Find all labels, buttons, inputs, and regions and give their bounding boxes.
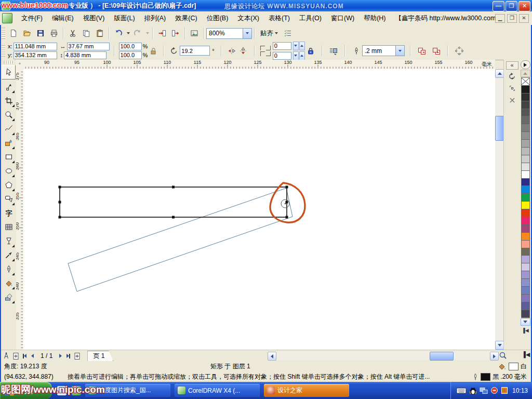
color-swatch-20[interactable]: [521, 233, 530, 241]
horizontal-scrollbar[interactable]: [268, 351, 498, 360]
menu-item-12[interactable]: 【鑫宇条码 http://www.lw3000.com】: [390, 12, 507, 24]
menu-item-11[interactable]: 帮助(H): [359, 12, 390, 24]
palette-start-icon[interactable]: ▐◀: [522, 351, 530, 358]
palette-home-icon[interactable]: ▐◀: [521, 328, 529, 333]
color-swatch-23[interactable]: [521, 256, 530, 263]
undo-button[interactable]: [112, 27, 125, 39]
ellipse-tool[interactable]: [2, 164, 15, 178]
basic-shapes-tool[interactable]: [2, 192, 15, 206]
color-swatch-8[interactable]: [521, 140, 530, 148]
color-swatch-16[interactable]: [521, 202, 530, 209]
minimize-button[interactable]: —: [493, 1, 504, 11]
rectangle-tool[interactable]: [2, 150, 15, 164]
security-tray-icon[interactable]: [490, 387, 498, 394]
propbar-grip[interactable]: [2, 45, 5, 57]
transform-scale-icon[interactable]: [507, 83, 518, 94]
menu-item-9[interactable]: 工具(O): [295, 12, 326, 24]
wrap-text-button[interactable]: [328, 45, 339, 57]
corner-br-down[interactable]: [293, 51, 299, 60]
fill-tool[interactable]: [2, 276, 15, 290]
color-swatch-7[interactable]: [521, 132, 530, 140]
palette-scroll-down[interactable]: [521, 318, 530, 326]
rotation-angle-field[interactable]: 19.2: [180, 46, 210, 56]
scroll-down-button[interactable]: [495, 341, 504, 350]
snap-to-button[interactable]: 贴齐: [257, 28, 281, 39]
menu-item-3[interactable]: 版面(L): [109, 12, 139, 24]
dict-tray-icon[interactable]: [501, 387, 508, 394]
polygon-tool[interactable]: [2, 178, 15, 192]
color-swatch-22[interactable]: [521, 248, 530, 256]
object-height-field[interactable]: 4.838 mm: [64, 51, 107, 59]
selected-rectangle[interactable]: [60, 187, 287, 217]
corner-tl-down[interactable]: [293, 42, 299, 50]
undo-dropdown[interactable]: [125, 27, 131, 39]
navigator-icon[interactable]: [499, 351, 507, 360]
docker-close-icon[interactable]: [507, 95, 518, 105]
outline-combo-arrow[interactable]: [395, 46, 404, 56]
color-swatch-19[interactable]: [521, 225, 530, 233]
add-page-after-button[interactable]: [73, 352, 82, 361]
color-swatch-21[interactable]: [521, 241, 530, 248]
menu-item-10[interactable]: 窗口(W): [326, 12, 359, 24]
y-position-field[interactable]: 354.132 mm: [14, 51, 57, 59]
color-swatch-29[interactable]: [521, 302, 530, 310]
palette-scroll-up[interactable]: [521, 70, 530, 77]
horizontal-scroll-thumb[interactable]: [430, 352, 454, 361]
menu-item-2[interactable]: 视图(V): [78, 12, 110, 24]
mirror-horizontal-button[interactable]: [226, 45, 237, 57]
blue-rotated-rectangle[interactable]: [68, 188, 292, 291]
ruler-origin[interactable]: ⌖: [16, 60, 24, 70]
mirror-vertical-button[interactable]: [237, 45, 249, 57]
copy-button[interactable]: [79, 27, 93, 39]
x-position-field[interactable]: 111.048 mm: [14, 43, 57, 50]
crop-tool[interactable]: [2, 94, 15, 108]
scroll-right-button[interactable]: [490, 352, 499, 361]
interactive-fill-tool[interactable]: [2, 290, 15, 304]
corner-tl-up[interactable]: [299, 42, 305, 50]
menu-item-5[interactable]: 效果(C): [170, 12, 202, 24]
corner-radius-tl-field[interactable]: 0: [273, 42, 291, 50]
color-swatch-10[interactable]: [521, 155, 530, 163]
redo-button[interactable]: [131, 27, 144, 39]
eyedropper-tool[interactable]: [2, 248, 15, 262]
menu-item-0[interactable]: 文件(F): [17, 12, 47, 24]
page-tab[interactable]: 页 1: [87, 351, 113, 361]
zoom-level-combo[interactable]: 800%: [206, 28, 252, 39]
color-swatch-12[interactable]: [521, 171, 530, 179]
last-page-button[interactable]: [64, 352, 72, 361]
color-swatch-30[interactable]: [521, 310, 530, 318]
docker-collapse-button[interactable]: «: [506, 61, 518, 70]
freehand-tool[interactable]: [2, 122, 15, 136]
color-swatch-15[interactable]: [521, 194, 530, 202]
doc-restore-button[interactable]: ❐: [507, 14, 517, 23]
text-tool[interactable]: 字: [2, 206, 15, 220]
corner-br-up[interactable]: [299, 51, 305, 60]
task-shejizhijia[interactable]: 设计之家: [264, 384, 349, 397]
scroll-left-button[interactable]: [268, 352, 276, 361]
color-swatch-25[interactable]: [521, 271, 530, 279]
import-button[interactable]: [155, 27, 169, 39]
scale-x-field[interactable]: 100.0: [119, 43, 142, 50]
to-front-button[interactable]: [416, 45, 428, 57]
open-button[interactable]: [20, 27, 34, 39]
color-swatch-26[interactable]: [521, 279, 530, 287]
qq-tray-icon[interactable]: [469, 387, 477, 395]
color-swatch-11[interactable]: [521, 163, 530, 171]
color-swatch-28[interactable]: [521, 295, 530, 302]
color-swatch-27[interactable]: [521, 287, 530, 295]
color-swatch-2[interactable]: [521, 94, 530, 101]
corner-radius-br-field[interactable]: 0: [273, 52, 291, 60]
cut-button[interactable]: [66, 27, 79, 39]
zoom-combo-arrow[interactable]: [243, 29, 251, 38]
outline-width-combo[interactable]: .2 mm: [362, 45, 405, 56]
blend-tool[interactable]: [2, 234, 15, 248]
new-document-button[interactable]: [7, 27, 20, 39]
selection-handles[interactable]: [59, 186, 288, 219]
symmetry-icon[interactable]: [454, 45, 465, 57]
previous-page-button[interactable]: [29, 352, 36, 361]
pick-tool[interactable]: [2, 65, 16, 79]
zoom-tool[interactable]: [2, 108, 15, 122]
toolbox-grip[interactable]: [4, 61, 14, 64]
export-button[interactable]: [169, 27, 182, 39]
menu-item-8[interactable]: 表格(T): [264, 12, 295, 24]
